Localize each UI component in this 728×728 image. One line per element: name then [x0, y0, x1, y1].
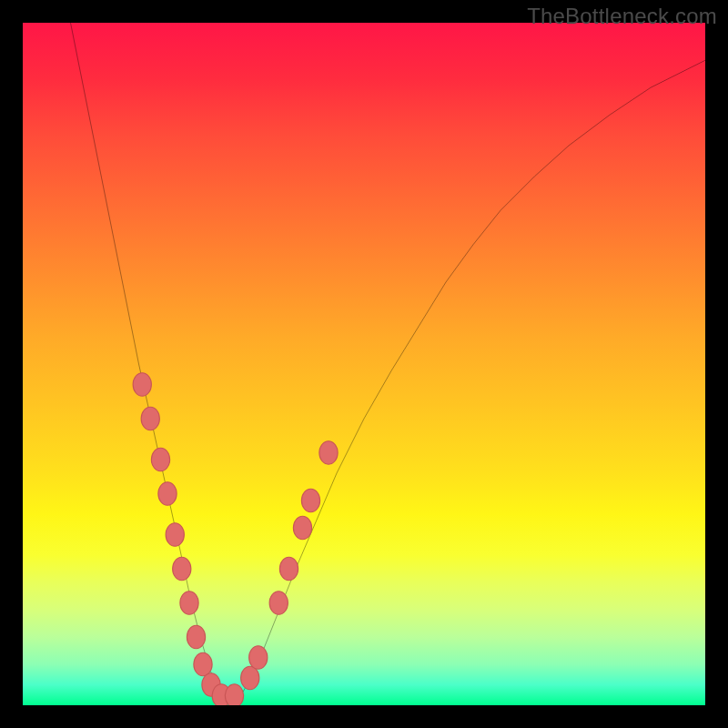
curve-markers: [133, 373, 338, 705]
data-marker: [166, 523, 184, 547]
bottleneck-curve: [71, 23, 706, 701]
data-marker: [141, 407, 159, 430]
data-marker: [225, 684, 243, 705]
data-marker: [194, 652, 212, 676]
data-marker: [133, 373, 151, 397]
chart-svg: [23, 23, 705, 705]
data-marker: [241, 666, 259, 690]
chart-frame: TheBottleneck.com: [0, 0, 728, 728]
plot-area: [23, 23, 705, 705]
data-marker: [151, 448, 169, 471]
watermark-text: TheBottleneck.com: [527, 4, 717, 29]
data-marker: [279, 557, 298, 581]
data-marker: [293, 516, 311, 540]
data-marker: [319, 441, 338, 464]
data-marker: [269, 592, 288, 615]
data-marker: [158, 482, 177, 506]
data-marker: [180, 592, 198, 615]
data-marker: [249, 646, 268, 670]
data-marker: [173, 557, 191, 581]
data-marker: [187, 625, 205, 649]
data-marker: [301, 489, 319, 512]
